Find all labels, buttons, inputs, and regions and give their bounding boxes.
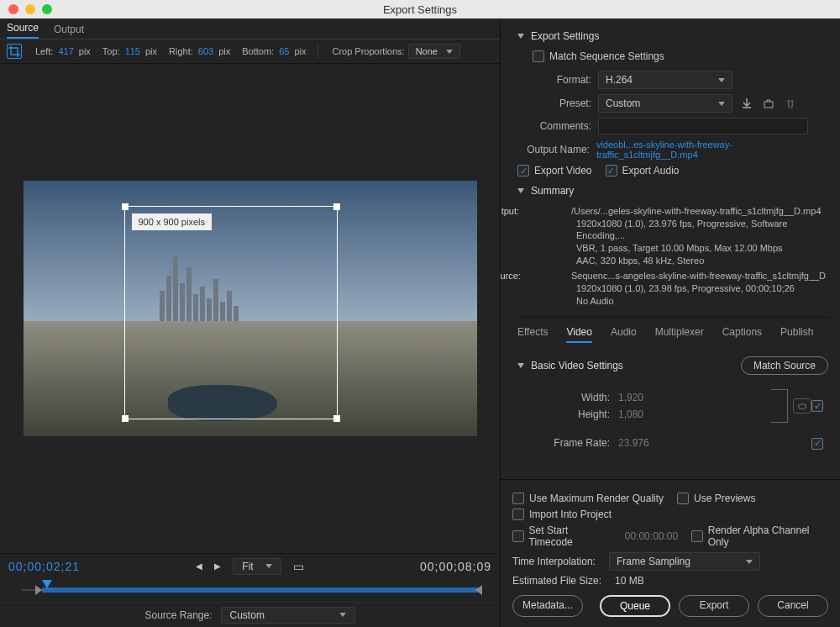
maximize-window-button[interactable] [42, 4, 52, 14]
current-timecode[interactable]: 00;00;02;21 [8, 560, 80, 573]
set-start-timecode-checkbox[interactable] [512, 530, 524, 542]
tab-video[interactable]: Video [566, 326, 591, 343]
metadata-button[interactable]: Metadata... [512, 595, 583, 617]
source-range-dropdown[interactable]: Custom [221, 607, 355, 624]
zoom-fit-dropdown[interactable]: Fit [233, 558, 281, 575]
format-dropdown[interactable]: H.264 [598, 71, 732, 89]
chevron-down-icon [446, 50, 453, 54]
video-preview[interactable]: 900 x 900 pixels [0, 64, 500, 553]
link-dimensions-icon[interactable]: ⬭ [793, 398, 811, 414]
width-value[interactable]: 1,920 [618, 392, 660, 403]
timeline[interactable] [0, 578, 500, 602]
summary-title: Summary [531, 185, 574, 197]
use-previews-checkbox[interactable] [677, 493, 689, 504]
export-audio-checkbox[interactable] [606, 165, 617, 177]
settings-scroll[interactable]: Export Settings Match Sequence Settings … [501, 18, 840, 479]
format-value: H.264 [606, 74, 633, 86]
import-into-project-checkbox[interactable] [512, 508, 524, 520]
comments-input[interactable] [598, 118, 808, 134]
chevron-down-icon [746, 560, 753, 564]
frame-rate-value[interactable]: 23.976 [618, 437, 649, 449]
export-settings-header[interactable]: Export Settings [517, 30, 828, 42]
playhead[interactable] [42, 580, 52, 588]
tab-output[interactable]: Output [54, 20, 84, 39]
tab-audio[interactable]: Audio [611, 326, 637, 343]
tab-captions[interactable]: Captions [722, 326, 762, 343]
in-point-handle[interactable] [35, 585, 42, 595]
crop-toolbar: Left: 417 pix Top: 115 pix Right: 603 pi… [0, 39, 500, 64]
width-label: Width: [517, 392, 618, 403]
out-point-handle[interactable] [475, 585, 482, 595]
crop-size-badge: 900 x 900 pixels [132, 213, 213, 230]
match-dimensions-checkbox[interactable] [811, 400, 823, 412]
step-back-icon[interactable]: ◀ [196, 561, 202, 571]
summary-block: Output:/Users/...geles-skyline-with-free… [533, 205, 828, 307]
bottom-options: Use Maximum Render Quality Use Previews … [501, 479, 840, 627]
right-panel: Export Settings Match Sequence Settings … [501, 18, 840, 627]
render-alpha-checkbox[interactable] [691, 530, 703, 542]
chevron-down-icon [339, 613, 346, 617]
source-range-value: Custom [230, 609, 265, 621]
crop-handle-tr[interactable] [333, 203, 340, 210]
crop-bottom-value[interactable]: 65 [279, 46, 289, 56]
summary-source-l3: No Audio [533, 295, 828, 307]
format-label: Format: [517, 74, 591, 86]
crop-rectangle[interactable]: 900 x 900 pixels [124, 206, 338, 419]
basic-video-header[interactable]: Basic Video Settings [517, 360, 623, 371]
preview-frame: 900 x 900 pixels [24, 181, 477, 436]
save-preset-icon[interactable] [739, 96, 754, 111]
aspect-ratio-icon[interactable]: ▭ [293, 560, 304, 573]
crop-top-label: Top: [102, 46, 120, 56]
crop-proportions-label: Crop Proportions: [332, 46, 404, 56]
preset-label: Preset: [517, 97, 591, 109]
source-range-row: Source Range: Custom [0, 602, 500, 627]
crop-handle-bl[interactable] [122, 415, 129, 422]
crop-right-value[interactable]: 603 [198, 46, 213, 56]
close-window-button[interactable] [8, 4, 18, 14]
tab-publish[interactable]: Publish [780, 326, 813, 343]
preset-value: Custom [606, 97, 640, 109]
delete-preset-icon[interactable] [783, 96, 798, 111]
crop-unit: pix [79, 46, 91, 56]
crop-handle-br[interactable] [333, 415, 340, 422]
summary-source-l1: Sequenc...s-angeles-skyline-with-freeway… [571, 271, 826, 281]
cancel-button[interactable]: Cancel [758, 595, 828, 617]
export-audio-label: Export Audio [622, 165, 680, 177]
tab-effects[interactable]: Effects [517, 326, 548, 343]
chevron-down-icon [718, 78, 725, 82]
crop-proportions-value: None [416, 46, 438, 56]
tab-multiplexer[interactable]: Multiplexer [655, 326, 704, 343]
time-interpolation-value: Frame Sampling [617, 556, 690, 567]
crop-bottom-label: Bottom: [242, 46, 274, 56]
match-sequence-checkbox[interactable] [533, 50, 544, 62]
tab-source[interactable]: Source [7, 18, 39, 39]
output-name-label: Output Name: [517, 144, 590, 155]
summary-source-l2: 1920x1080 (1.0), 23.98 fps, Progressive,… [533, 282, 828, 294]
crop-tool-icon[interactable] [7, 44, 22, 59]
crop-proportions-dropdown[interactable]: None [408, 44, 460, 59]
import-preset-icon[interactable] [761, 96, 776, 111]
export-button[interactable]: Export [679, 595, 749, 617]
output-name-link[interactable]: videobl...es-skyline-with-freeway-traffi… [596, 140, 828, 160]
minimize-window-button[interactable] [25, 4, 35, 14]
height-value[interactable]: 1,080 [618, 408, 660, 420]
render-alpha-label: Render Alpha Channel Only [708, 524, 828, 548]
match-framerate-checkbox[interactable] [811, 438, 823, 450]
export-video-checkbox[interactable] [517, 165, 529, 177]
preset-dropdown[interactable]: Custom [598, 94, 732, 113]
start-timecode-value[interactable]: 00:00:00:00 [625, 530, 678, 542]
summary-output-l2: 1920x1080 (1.0), 23.976 fps, Progressive… [533, 218, 828, 241]
step-fwd-icon[interactable]: ▶ [214, 561, 221, 571]
chevron-down-icon [265, 564, 272, 568]
estimated-size-label: Estimated File Size: [512, 575, 601, 587]
source-range-label: Source Range: [144, 609, 212, 621]
time-interpolation-dropdown[interactable]: Frame Sampling [609, 552, 760, 571]
timeline-range[interactable] [42, 587, 478, 593]
crop-left-value[interactable]: 417 [58, 46, 73, 56]
queue-button[interactable]: Queue [600, 595, 670, 617]
crop-handle-tl[interactable] [122, 203, 129, 210]
use-max-render-checkbox[interactable] [512, 493, 524, 504]
summary-header[interactable]: Summary [517, 185, 828, 197]
crop-top-value[interactable]: 115 [125, 46, 140, 56]
match-source-button[interactable]: Match Source [741, 356, 828, 375]
